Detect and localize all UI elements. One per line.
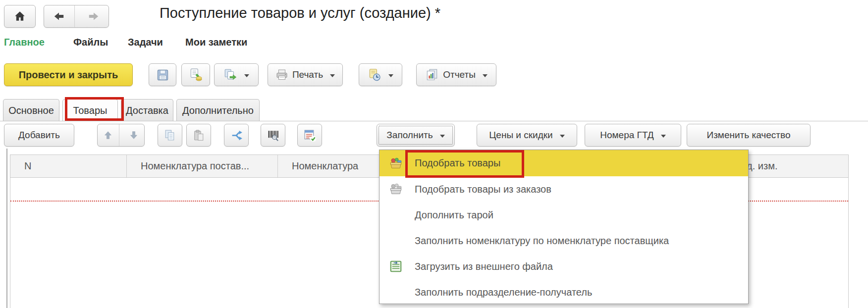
chevron-down-icon bbox=[244, 74, 249, 80]
tab-dopolnitelno[interactable]: Дополнительно bbox=[176, 99, 260, 121]
chevron-down-icon bbox=[388, 74, 393, 80]
chevron-down-icon bbox=[483, 74, 488, 80]
menu-item-zapolnit-podrazdelenie[interactable]: Заполнить подразделение-получатель bbox=[380, 279, 748, 305]
nav-section-faily[interactable]: Файлы bbox=[73, 37, 108, 48]
gtd-numbers-label: Номера ГТД bbox=[600, 130, 653, 141]
menu-item-zagruzit-iz-vneshnego-fayla[interactable]: Загрузить из внешнего файла bbox=[380, 254, 748, 279]
back-icon[interactable] bbox=[44, 5, 75, 27]
nav-section-moi-zametki[interactable]: Мои заметки bbox=[185, 37, 247, 48]
add-row-button[interactable]: Добавить bbox=[4, 124, 74, 147]
menu-item-zapolnit-nomenklaturu[interactable]: Заполнить номенклатуру по номенклатуре п… bbox=[380, 228, 748, 254]
document-history-icon bbox=[368, 68, 381, 82]
page-title: Поступление товаров и услуг (создание) * bbox=[160, 5, 440, 21]
chevron-down-icon bbox=[330, 74, 335, 80]
select-goods-gray-icon bbox=[388, 182, 403, 197]
history-nav-group bbox=[44, 5, 109, 28]
reports-label: Отчеты bbox=[443, 69, 476, 80]
paste-row-button[interactable] bbox=[186, 124, 211, 147]
fill-table-button[interactable] bbox=[297, 124, 322, 147]
add-row-label: Добавить bbox=[18, 130, 60, 141]
move-down-icon[interactable] bbox=[123, 124, 145, 146]
copy-row-button[interactable] bbox=[158, 124, 182, 147]
select-goods-color-icon bbox=[388, 156, 403, 171]
tab-label: Дополнительно bbox=[182, 105, 254, 116]
gtd-numbers-button[interactable]: Номера ГТД bbox=[585, 124, 681, 147]
menu-item-label: Загрузить из внешнего файла bbox=[415, 261, 553, 272]
print-button[interactable]: Печать bbox=[268, 63, 343, 86]
save-icon bbox=[156, 68, 169, 82]
chevron-down-icon bbox=[661, 135, 666, 140]
column-header-ed-izm[interactable]: д. изм. bbox=[743, 155, 845, 177]
nav-section-glavnoe[interactable]: Главное bbox=[4, 37, 45, 48]
print-label: Печать bbox=[292, 69, 323, 80]
post-document-button[interactable] bbox=[181, 63, 210, 86]
prices-discounts-label: Цены и скидки bbox=[489, 130, 552, 141]
menu-item-label: Заполнить номенклатуру по номенклатуре п… bbox=[415, 235, 669, 247]
split-rows-icon bbox=[230, 129, 243, 142]
paste-icon bbox=[192, 129, 206, 142]
menu-item-label: Заполнить подразделение-получатель bbox=[415, 287, 592, 298]
fill-table-icon bbox=[303, 129, 317, 142]
move-up-icon[interactable] bbox=[98, 124, 119, 146]
tab-dostavka[interactable]: Доставка bbox=[121, 99, 173, 121]
prices-discounts-button[interactable]: Цены и скидки bbox=[477, 124, 577, 147]
menu-item-dopolnit-taroy[interactable]: Дополнить тарой bbox=[380, 202, 748, 228]
post-and-close-button[interactable]: Провести и закрыть bbox=[4, 63, 133, 86]
home-button[interactable] bbox=[4, 5, 36, 28]
column-header-nomenklatura-postavshchika[interactable]: Номенклатура постав... bbox=[127, 155, 278, 177]
change-quality-button[interactable]: Изменить качество bbox=[687, 124, 811, 147]
receipt-document-window: Поступление товаров и услуг (создание) *… bbox=[0, 0, 868, 308]
create-based-on-icon bbox=[223, 68, 237, 82]
move-row-group bbox=[97, 124, 145, 147]
save-button[interactable] bbox=[149, 63, 176, 86]
annotation-box-podobrat-tovary bbox=[405, 150, 524, 178]
column-header-n[interactable]: N bbox=[10, 155, 127, 177]
document-history-button[interactable] bbox=[359, 63, 402, 86]
nav-section-zadachi[interactable]: Задачи bbox=[128, 37, 163, 48]
printer-icon bbox=[275, 68, 288, 81]
external-file-icon bbox=[388, 259, 403, 274]
tabs-baseline bbox=[0, 121, 868, 121]
change-quality-label: Изменить качество bbox=[707, 130, 791, 141]
menu-item-podobrat-tovary-iz-zakazov[interactable]: Подобрать товары из заказов bbox=[380, 176, 748, 202]
create-based-on-button[interactable] bbox=[214, 63, 259, 86]
chevron-down-icon bbox=[560, 135, 565, 140]
tab-label: Основное bbox=[8, 105, 54, 116]
fill-menu-button[interactable]: Заполнить bbox=[377, 124, 455, 147]
tab-osnovnoe[interactable]: Основное bbox=[3, 99, 59, 121]
menu-item-label: Дополнить тарой bbox=[415, 209, 493, 221]
chevron-down-icon bbox=[440, 135, 445, 140]
barcode-scan-icon bbox=[267, 129, 280, 142]
panel-left-border bbox=[6, 149, 7, 308]
menu-item-label: Подобрать товары из заказов bbox=[415, 184, 551, 195]
split-rows-button[interactable] bbox=[224, 124, 249, 147]
copy-icon bbox=[163, 129, 177, 142]
tab-label: Доставка bbox=[126, 105, 168, 116]
reports-button[interactable]: Отчеты bbox=[416, 63, 496, 86]
post-document-icon bbox=[189, 68, 203, 82]
reports-chart-icon bbox=[425, 68, 439, 82]
annotation-box-tovary-tab bbox=[65, 97, 124, 121]
fill-label: Заполнить bbox=[386, 130, 433, 141]
forward-icon[interactable] bbox=[79, 5, 109, 27]
home-icon bbox=[13, 10, 26, 23]
barcode-scan-button[interactable] bbox=[261, 124, 285, 147]
